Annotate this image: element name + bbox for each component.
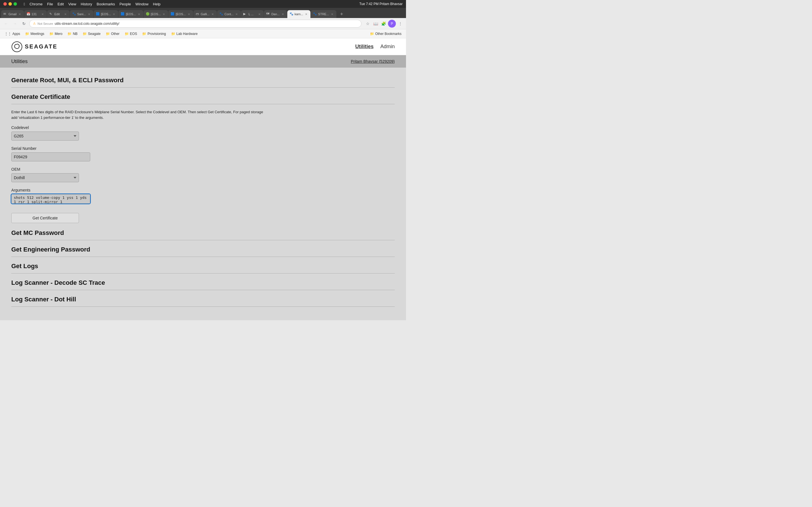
- tab-eos1-close[interactable]: ✕: [112, 12, 116, 16]
- bookmark-nb[interactable]: 📁 NB: [65, 31, 80, 37]
- tab-eos3[interactable]: 🟢 [EOS... ✕: [144, 10, 168, 18]
- tab-eos2[interactable]: 🟦 [EOS... ✕: [118, 10, 143, 18]
- new-tab-button[interactable]: +: [338, 10, 346, 18]
- close-window-button[interactable]: [3, 2, 7, 6]
- tab-cont[interactable]: 🐾 Cont... ✕: [217, 10, 241, 18]
- forward-button[interactable]: →: [11, 20, 18, 27]
- get-engineering-password-heading[interactable]: Get Engineering Password: [11, 242, 395, 257]
- eos-folder-icon: 📁: [124, 32, 129, 36]
- stre-favicon: 🐾: [313, 12, 317, 16]
- chrome-menu[interactable]: Chrome: [30, 2, 43, 6]
- tab-cont-close[interactable]: ✕: [235, 12, 239, 16]
- lab-hardware-folder-icon: 📁: [171, 32, 175, 36]
- bookmark-mero[interactable]: 📁 Mero: [47, 31, 64, 37]
- tab-eos1[interactable]: 🟦 [EOS... ✕: [94, 10, 118, 18]
- history-menu[interactable]: History: [81, 2, 92, 6]
- tab-eos4-close[interactable]: ✕: [187, 12, 191, 16]
- mac-window-controls[interactable]: [3, 2, 17, 6]
- tab-l[interactable]: ▶ L ... ✕: [241, 10, 264, 18]
- tab-eos3-close[interactable]: ✕: [162, 12, 166, 16]
- tab-edit-close[interactable]: ✕: [63, 12, 67, 16]
- bookmarks-bar: ⋮⋮ Apps 📁 Meetings 📁 Mero 📁 NB 📁 Seagate…: [0, 29, 406, 38]
- get-engineering-password-link[interactable]: Get Engineering Password: [11, 246, 90, 253]
- tab-stre-close[interactable]: ✕: [330, 12, 334, 16]
- tab-eos1-label: [EOS...: [101, 12, 111, 16]
- get-mc-password-heading[interactable]: Get MC Password: [11, 226, 395, 240]
- get-mc-password-link[interactable]: Get MC Password: [11, 229, 64, 236]
- tab-edit-label: Edit: [54, 12, 62, 16]
- tab-stre[interactable]: 🐾 STRE... ✕: [311, 10, 336, 18]
- arguments-field-group: Arguments: [11, 188, 395, 205]
- help-menu[interactable]: Help: [153, 2, 161, 6]
- nav-admin[interactable]: Admin: [380, 44, 395, 50]
- chrome-menu-button[interactable]: ⋮: [397, 20, 404, 27]
- tab-gall-close[interactable]: ✕: [211, 12, 214, 16]
- tab-edit[interactable]: ✎ Edit ✕: [47, 10, 70, 18]
- tab-eos4[interactable]: 🟦 [EOS... ✕: [168, 10, 193, 18]
- nav-utilities[interactable]: Utilities: [355, 44, 373, 50]
- bookmark-provisioning[interactable]: 📁 Provisioning: [140, 31, 168, 37]
- tab-cal-close[interactable]: ✕: [41, 12, 45, 16]
- eos2-favicon: 🟦: [121, 12, 124, 16]
- tab-sani-close[interactable]: ✕: [87, 12, 91, 16]
- maximize-window-button[interactable]: [13, 2, 17, 6]
- view-menu[interactable]: View: [68, 2, 76, 6]
- other-bookmarks-button[interactable]: 📁 Other Bookmarks: [368, 31, 404, 37]
- bookmark-seagate[interactable]: 📁 Seagate: [80, 31, 103, 37]
- get-certificate-button[interactable]: Get Certificate: [11, 213, 79, 223]
- bookmark-apps[interactable]: ⋮⋮ Apps: [2, 31, 22, 37]
- log-scanner-decode-heading[interactable]: Log Scanner - Decode SC Trace: [11, 276, 395, 290]
- tab-sani-label: Sani...: [77, 12, 86, 16]
- user-info[interactable]: Pritam Bhavsar (529209): [351, 59, 395, 64]
- bookmark-lab-hardware[interactable]: 📁 Lab Hardware: [169, 31, 200, 37]
- page-header: SEAGATE Utilities Admin: [0, 38, 406, 55]
- back-button[interactable]: ←: [2, 20, 10, 27]
- bookmark-meetings[interactable]: 📁 Meetings: [23, 31, 47, 37]
- tab-sani[interactable]: 🐾 Sani... ✕: [70, 10, 93, 18]
- tab-cal-label: 131: [32, 12, 40, 16]
- tab-dan[interactable]: 🗺 Dan... ✕: [264, 10, 287, 18]
- arguments-textarea[interactable]: [11, 194, 90, 204]
- oem-select[interactable]: Dothill Seagate HPE Dell: [11, 173, 79, 182]
- tab-l-close[interactable]: ✕: [257, 12, 261, 16]
- get-logs-heading[interactable]: Get Logs: [11, 259, 395, 274]
- profile-button[interactable]: P: [388, 20, 396, 27]
- generate-certificate-heading[interactable]: Generate Certificate: [11, 90, 395, 104]
- tab-dan-close[interactable]: ✕: [281, 12, 285, 16]
- reload-button[interactable]: ↻: [20, 20, 28, 27]
- serial-number-input[interactable]: [11, 152, 90, 161]
- tab-cal[interactable]: 📅 131 ✕: [24, 10, 47, 18]
- l-favicon: ▶: [243, 12, 247, 16]
- window-menu[interactable]: Window: [135, 2, 148, 6]
- bookmark-nb-label: NB: [73, 32, 78, 36]
- reading-list-button[interactable]: 📖: [372, 20, 379, 27]
- tab-karn-close[interactable]: ✕: [304, 12, 308, 16]
- apple-menu[interactable]: : [24, 2, 25, 6]
- bookmark-star-button[interactable]: ☆: [364, 20, 371, 27]
- apps-icon: ⋮⋮: [4, 32, 11, 36]
- tab-gall[interactable]: 🗃 Galli... ✕: [193, 10, 217, 18]
- bookmarks-menu[interactable]: Bookmarks: [97, 2, 115, 6]
- bookmark-eos[interactable]: 📁 EOS: [122, 31, 139, 37]
- minimize-window-button[interactable]: [8, 2, 12, 6]
- tab-gmail[interactable]: ✉ Gmail ✕: [1, 10, 24, 18]
- chrome-extension-button[interactable]: 🧩: [380, 20, 387, 27]
- codelevel-select[interactable]: G265 G280 G300: [11, 131, 79, 140]
- log-scanner-dothill-link[interactable]: Log Scanner - Dot Hill: [11, 296, 76, 303]
- get-logs-link[interactable]: Get Logs: [11, 263, 38, 270]
- tab-gall-label: Galli...: [201, 12, 209, 16]
- address-bar[interactable]: ⚠ Not Secure utils-stream.sw.lcd.colo.se…: [29, 20, 361, 27]
- log-scanner-decode-link[interactable]: Log Scanner - Decode SC Trace: [11, 279, 105, 286]
- generate-certificate-link[interactable]: Generate Certificate: [11, 93, 70, 100]
- file-menu[interactable]: File: [47, 2, 53, 6]
- people-menu[interactable]: People: [119, 2, 131, 6]
- bookmark-other[interactable]: 📁 Other: [103, 31, 122, 37]
- bookmark-provisioning-label: Provisioning: [147, 32, 166, 36]
- log-scanner-dothill-heading[interactable]: Log Scanner - Dot Hill: [11, 292, 395, 307]
- edit-menu[interactable]: Edit: [57, 2, 64, 6]
- cal-favicon: 📅: [27, 12, 31, 16]
- provisioning-folder-icon: 📁: [142, 32, 146, 36]
- tab-eos2-close[interactable]: ✕: [137, 12, 141, 16]
- tab-gmail-close[interactable]: ✕: [18, 12, 22, 16]
- tab-karn[interactable]: 🐾 karn... ✕: [287, 10, 311, 18]
